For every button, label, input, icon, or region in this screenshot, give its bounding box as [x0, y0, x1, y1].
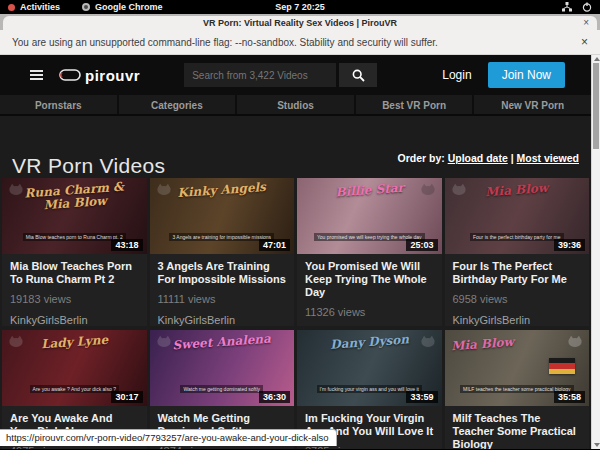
unsupported-flag-infobar: You are using an unsupported command-lin… — [0, 30, 600, 55]
browser-tab[interactable]: VR Porn: Virtual Reality Sex Videos | Pi… — [3, 16, 597, 30]
order-by-most-viewed-link[interactable]: Most viewed — [517, 152, 579, 164]
thumbnail-overlay-name: Runa Charm & Mia Blow — [13, 180, 136, 214]
duration-badge: 47:01 — [259, 239, 290, 251]
video-thumbnail[interactable]: Lady Lyne Are you awake ? And your dick … — [2, 330, 147, 406]
video-views: 19183 views — [10, 293, 139, 305]
duration-badge: 43:18 — [111, 239, 142, 251]
site-logo-text: pirouvr — [85, 67, 140, 84]
tab-close-icon[interactable]: × — [583, 16, 589, 30]
video-card[interactable]: Billie Star You promised we will keep tr… — [297, 178, 442, 326]
search-input[interactable] — [184, 63, 336, 87]
video-title[interactable]: Milf Teaches The Teacher Some Practical … — [453, 412, 582, 449]
video-card[interactable]: Runa Charm & Mia Blow Mia Blow teaches p… — [2, 178, 147, 326]
studio-link[interactable]: KinkyGirlsBerlin — [453, 314, 582, 326]
title-row: VR Porn Videos Order by: Upload date | M… — [0, 116, 591, 178]
video-thumbnail[interactable]: Kinky Angels 3 Angels are training for i… — [150, 178, 295, 254]
activities-button[interactable]: Activities — [20, 2, 60, 12]
site-header: pirouvr Login Join Now — [0, 55, 591, 95]
video-title[interactable]: 3 Angels Are Training For Impossible Mis… — [158, 260, 287, 286]
recording-indicator-icon — [8, 4, 15, 11]
nav-item-categories[interactable]: Categories — [119, 95, 238, 114]
video-thumbnail[interactable]: Sweet Analena Watch me getting dominated… — [150, 330, 295, 406]
vertical-scrollbar[interactable] — [591, 55, 600, 449]
video-thumbnail[interactable]: Dany Dyson I'm fucking your virgin ass a… — [297, 330, 442, 406]
video-card[interactable]: Mia Blow Four is the perfect birthday pa… — [445, 178, 590, 326]
order-by-upload-date-link[interactable]: Upload date — [448, 152, 508, 164]
nav-item-studios[interactable]: Studios — [237, 95, 356, 114]
search-icon — [352, 69, 365, 82]
duration-badge: 36:30 — [259, 391, 290, 403]
video-title[interactable]: Four Is The Perfect Birthday Party For M… — [453, 260, 582, 286]
login-link[interactable]: Login — [442, 68, 471, 82]
page-title: VR Porn Videos — [12, 154, 165, 178]
power-icon[interactable] — [582, 2, 592, 12]
main-nav: Pornstars Categories Studios Best VR Por… — [0, 95, 591, 116]
studio-link[interactable]: KinkyGirlsBerlin — [10, 314, 139, 326]
clock[interactable]: Sep 7 20:25 — [275, 2, 325, 12]
scrollbar-thumb[interactable] — [593, 63, 599, 149]
hamburger-menu-icon[interactable] — [30, 68, 43, 82]
nav-item-best-vr-porn[interactable]: Best VR Porn — [356, 95, 475, 114]
video-views: 11111 views — [158, 293, 287, 305]
video-views: 6958 views — [453, 293, 582, 305]
search-button[interactable] — [339, 63, 377, 87]
system-top-bar: Activities Google Chrome Sep 7 20:25 — [0, 0, 600, 14]
video-thumbnail[interactable]: Mia Blow Four is the perfect birthday pa… — [445, 178, 590, 254]
scroll-up-arrow-icon[interactable] — [592, 55, 600, 63]
duration-badge: 35:58 — [554, 391, 585, 403]
duration-badge: 39:36 — [554, 239, 585, 251]
order-by-separator: | — [511, 152, 514, 164]
thumbnail-overlay-name: Mia Blow — [450, 332, 572, 353]
thumbnail-overlay-name: Mia Blow — [456, 180, 578, 201]
desktop: Activities Google Chrome Sep 7 20:25 VR … — [0, 0, 600, 450]
nav-item-pornstars[interactable]: Pornstars — [0, 95, 119, 114]
join-now-button[interactable]: Join Now — [488, 62, 565, 88]
thumbnail-overlay-name: Billie Star — [308, 180, 430, 201]
tab-title: VR Porn: Virtual Reality Sex Videos | Pi… — [203, 18, 397, 28]
duration-badge: 33:59 — [406, 391, 437, 403]
nav-item-new-vr-porn[interactable]: New VR Porn — [474, 95, 591, 114]
page-viewport: pirouvr Login Join Now Pornstars Cate — [0, 55, 600, 449]
thumbnail-overlay-name: Kinky Angels — [161, 180, 283, 201]
video-views: 11326 views — [305, 306, 434, 318]
focused-app-name[interactable]: Google Chrome — [95, 2, 163, 12]
scroll-down-arrow-icon[interactable] — [592, 441, 600, 449]
studio-link[interactable]: KinkyGirlsBerlin — [158, 314, 287, 326]
video-card[interactable]: Kinky Angels 3 Angels are training for i… — [150, 178, 295, 326]
video-grid: Runa Charm & Mia Blow Mia Blow teaches p… — [0, 178, 591, 449]
duration-badge: 30:17 — [111, 391, 142, 403]
video-title[interactable]: Mia Blow Teaches Porn To Runa Charm Pt 2 — [10, 260, 139, 286]
status-url-bubble: https://pirouvr.com/vr-porn-video/779325… — [0, 429, 337, 446]
thumbnail-overlay-name: Sweet Analena — [161, 332, 283, 353]
order-by: Order by: Upload date | Most viewed — [397, 152, 579, 178]
video-thumbnail[interactable]: Runa Charm & Mia Blow Mia Blow teaches p… — [2, 178, 147, 254]
order-by-label: Order by: — [397, 152, 444, 164]
thumbnail-overlay-name: Lady Lyne — [13, 332, 135, 353]
site-logo[interactable]: pirouvr — [59, 67, 140, 84]
tab-strip: VR Porn: Virtual Reality Sex Videos | Pi… — [0, 14, 600, 30]
infobar-message: You are using an unsupported command-lin… — [12, 37, 438, 48]
chrome-app-icon — [82, 3, 90, 11]
vr-goggles-icon — [59, 69, 81, 82]
video-thumbnail[interactable]: Billie Star You promised we will keep tr… — [297, 178, 442, 254]
video-title[interactable]: You Promised We Will Keep Trying The Who… — [305, 260, 434, 299]
video-thumbnail[interactable]: Mia Blow MILF teaches the teacher some p… — [445, 330, 590, 406]
video-card[interactable]: Mia Blow MILF teaches the teacher some p… — [445, 330, 590, 449]
network-tray-icon[interactable] — [562, 2, 572, 12]
thumbnail-overlay-name: Dany Dyson — [308, 332, 430, 353]
infobar-close-icon[interactable]: × — [581, 35, 588, 49]
duration-badge: 25:03 — [406, 239, 437, 251]
german-flag-icon — [549, 358, 575, 374]
